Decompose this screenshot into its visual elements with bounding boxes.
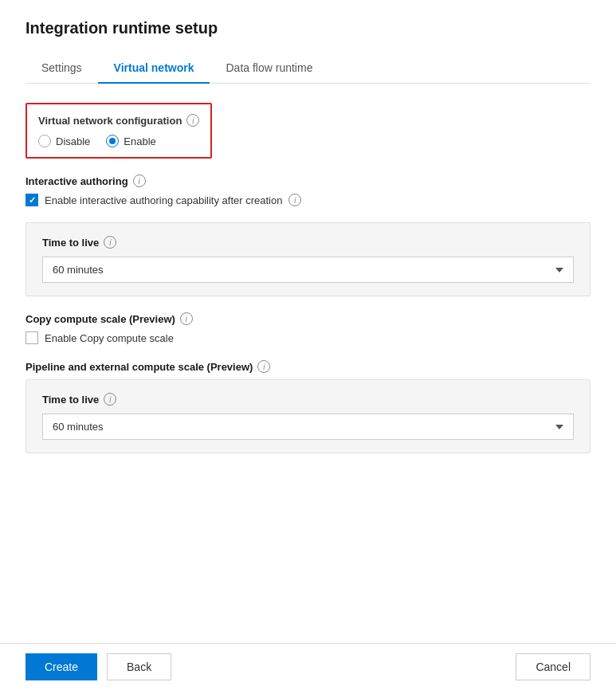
time-to-live-2-label-row: Time to live i xyxy=(42,393,574,406)
radio-enable[interactable]: Enable xyxy=(106,135,155,147)
interactive-authoring-info-icon[interactable]: i xyxy=(133,174,146,187)
page-title: Integration runtime setup xyxy=(26,19,590,37)
time-to-live-1-info-icon[interactable]: i xyxy=(104,236,116,249)
interactive-authoring-checkbox[interactable] xyxy=(26,194,38,206)
time-to-live-1-chevron-down-icon xyxy=(555,268,563,272)
copy-compute-info-icon[interactable]: i xyxy=(180,312,193,325)
pipeline-external-label-row: Pipeline and external compute scale (Pre… xyxy=(26,360,590,373)
time-to-live-1-box: Time to live i 60 minutes xyxy=(26,222,590,296)
time-to-live-2-label-text: Time to live xyxy=(42,394,99,406)
interactive-authoring-label-row: Interactive authoring i xyxy=(26,174,590,187)
vnet-config-label-text: Virtual network configuration xyxy=(38,115,182,127)
vnet-config-box: Virtual network configuration i Disable … xyxy=(26,103,212,159)
tab-data-flow-runtime[interactable]: Data flow runtime xyxy=(210,53,328,84)
vnet-config-label: Virtual network configuration i xyxy=(38,114,199,127)
vnet-radio-group: Disable Enable xyxy=(38,135,199,147)
time-to-live-1-label-text: Time to live xyxy=(42,237,99,249)
interactive-authoring-label-text: Interactive authoring xyxy=(26,175,128,187)
copy-compute-checkbox-label: Enable Copy compute scale xyxy=(45,332,174,344)
tabs-container: Settings Virtual network Data flow runti… xyxy=(26,53,590,84)
copy-compute-label-row: Copy compute scale (Preview) i xyxy=(26,312,590,325)
radio-enable-label: Enable xyxy=(124,135,155,147)
time-to-live-2-dropdown[interactable]: 60 minutes xyxy=(42,414,574,440)
time-to-live-2-dropdown-value: 60 minutes xyxy=(53,421,104,433)
vnet-config-info-icon[interactable]: i xyxy=(186,114,199,127)
radio-disable-label: Disable xyxy=(56,135,90,147)
interactive-authoring-section: Interactive authoring i Enable interacti… xyxy=(26,174,590,206)
time-to-live-2-info-icon[interactable]: i xyxy=(104,393,116,406)
tab-virtual-network[interactable]: Virtual network xyxy=(98,53,210,84)
tab-settings[interactable]: Settings xyxy=(26,53,98,84)
copy-compute-checkbox[interactable] xyxy=(26,331,38,344)
back-button[interactable]: Back xyxy=(107,653,171,680)
pipeline-external-label-text: Pipeline and external compute scale (Pre… xyxy=(26,361,253,373)
copy-compute-section: Copy compute scale (Preview) i Enable Co… xyxy=(26,312,590,344)
bottom-bar: Create Back Cancel xyxy=(0,643,616,690)
cancel-button[interactable]: Cancel xyxy=(516,653,590,680)
time-to-live-2-chevron-down-icon xyxy=(555,425,563,429)
create-button[interactable]: Create xyxy=(26,653,97,680)
copy-compute-label-text: Copy compute scale (Preview) xyxy=(26,313,175,325)
radio-enable-indicator xyxy=(106,135,119,147)
copy-compute-checkbox-row[interactable]: Enable Copy compute scale xyxy=(26,331,590,344)
time-to-live-1-dropdown[interactable]: 60 minutes xyxy=(42,257,574,283)
interactive-authoring-checkbox-info-icon[interactable]: i xyxy=(288,194,301,206)
radio-disable-indicator xyxy=(38,135,51,147)
time-to-live-2-box: Time to live i 60 minutes xyxy=(26,379,590,453)
time-to-live-1-label-row: Time to live i xyxy=(42,236,574,249)
pipeline-external-info-icon[interactable]: i xyxy=(257,360,270,373)
interactive-authoring-checkbox-label: Enable interactive authoring capability … xyxy=(45,194,282,206)
radio-disable[interactable]: Disable xyxy=(38,135,90,147)
time-to-live-1-dropdown-value: 60 minutes xyxy=(53,264,104,276)
interactive-authoring-checkbox-row[interactable]: Enable interactive authoring capability … xyxy=(26,194,590,206)
bottom-left-buttons: Create Back xyxy=(26,653,171,680)
pipeline-external-section: Pipeline and external compute scale (Pre… xyxy=(26,360,590,453)
